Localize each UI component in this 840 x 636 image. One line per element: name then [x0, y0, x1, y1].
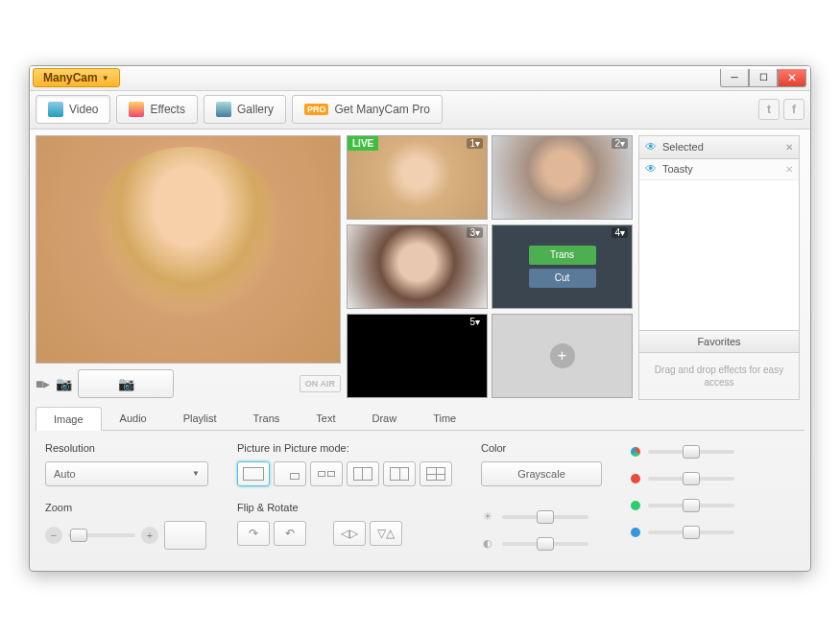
- rotate-ccw-button[interactable]: ↶: [274, 521, 306, 546]
- brightness-icon: ☀: [481, 510, 494, 523]
- gallery-icon: [216, 102, 231, 117]
- close-button[interactable]: ✕: [778, 69, 806, 87]
- app-window: ManyCam ▼ ─ ☐ ✕ Video Effects Gallery PR…: [29, 65, 811, 572]
- plus-icon: +: [550, 343, 575, 368]
- flip-label: Flip & Rotate: [237, 502, 452, 513]
- image-settings: Resolution Auto ▼ Zoom − + Picture in Pi…: [36, 431, 804, 565]
- tab-audio[interactable]: Audio: [102, 406, 165, 430]
- zoom-in-button[interactable]: +: [141, 527, 158, 544]
- flip-horizontal-button[interactable]: ◁▷: [333, 521, 366, 546]
- slider-thumb[interactable]: [683, 472, 700, 485]
- source-tile-1[interactable]: 1▾: [347, 135, 488, 220]
- preview-controls: ■▸ 📷 📷 ON AIR: [36, 367, 341, 400]
- tab-image[interactable]: Image: [36, 407, 102, 431]
- zoom-out-button[interactable]: −: [45, 527, 62, 544]
- green-row: [631, 496, 734, 515]
- onair-badge: ON AIR: [300, 375, 341, 392]
- remove-effect-icon[interactable]: ✕: [785, 164, 793, 175]
- source-tile-2[interactable]: 2▾: [492, 135, 633, 220]
- effects-icon: [129, 102, 144, 117]
- tile4-trans-button[interactable]: Trans: [529, 246, 596, 265]
- bottom-panel: Image Audio Playlist Trans Text Draw Tim…: [30, 406, 810, 571]
- source-tile-5[interactable]: 5▾: [347, 314, 488, 398]
- zoom-label: Zoom: [45, 502, 208, 513]
- green-icon: [631, 501, 640, 510]
- pip-mode-4[interactable]: [347, 461, 379, 486]
- favorites-hint: Drag and drop effects for easy access: [639, 353, 799, 399]
- snapshot-button[interactable]: 📷: [78, 369, 174, 398]
- rotate-cw-button[interactable]: ↷: [237, 521, 270, 546]
- minimize-button[interactable]: ─: [720, 69, 749, 87]
- effect-item-toasty[interactable]: 👁 Toasty ✕: [639, 159, 799, 180]
- flip-vertical-button[interactable]: ▽△: [370, 521, 402, 546]
- tile4-cut-button[interactable]: Cut: [529, 269, 596, 288]
- resolution-dropdown[interactable]: Auto ▼: [45, 461, 208, 486]
- rgb-col: [631, 442, 734, 554]
- slider-thumb[interactable]: [683, 526, 700, 539]
- maximize-button[interactable]: ☐: [749, 69, 778, 87]
- tab-gallery[interactable]: Gallery: [204, 95, 286, 124]
- pip-label: Picture in Picture mode:: [237, 442, 452, 454]
- eye-icon: 👁: [645, 140, 657, 153]
- brightness-row: ☀: [481, 507, 602, 527]
- pro-badge: PRO: [304, 104, 329, 115]
- grayscale-button[interactable]: Grayscale: [481, 461, 602, 486]
- chevron-down-icon: ▼: [192, 469, 200, 478]
- slider-thumb[interactable]: [70, 529, 87, 542]
- pip-modes: [237, 461, 452, 486]
- color-col: Color Grayscale ☀ ◐: [481, 442, 602, 554]
- zoom-slider[interactable]: [68, 533, 135, 537]
- chevron-down-icon: ▼: [102, 74, 109, 82]
- social-buttons: t f: [758, 99, 804, 120]
- pip-mode-5[interactable]: [383, 461, 416, 486]
- contrast-slider[interactable]: [502, 542, 588, 546]
- slider-thumb[interactable]: [683, 445, 700, 459]
- blue-row: [631, 523, 734, 542]
- app-menu-button[interactable]: ManyCam ▼: [33, 68, 120, 87]
- pip-mode-2[interactable]: [274, 461, 306, 486]
- close-selected-icon[interactable]: ✕: [785, 142, 793, 153]
- blue-icon: [631, 528, 640, 537]
- facebook-button[interactable]: f: [783, 99, 804, 120]
- pip-mode-1[interactable]: [237, 461, 270, 486]
- main-toolbar: Video Effects Gallery PRO Get ManyCam Pr…: [30, 91, 810, 130]
- effects-sidebar: 👁 Selected ✕ 👁 Toasty ✕ Favorites Drag a…: [638, 135, 800, 400]
- preview-column: ■▸ 📷 📷 ON AIR: [36, 135, 341, 400]
- window-controls: ─ ☐ ✕: [720, 69, 810, 87]
- pip-mode-6[interactable]: [420, 461, 452, 486]
- get-pro-button[interactable]: PRO Get ManyCam Pro: [292, 95, 443, 124]
- rgb-icon: [631, 447, 640, 457]
- tab-text[interactable]: Text: [298, 406, 353, 430]
- add-source-tile[interactable]: +: [492, 314, 633, 398]
- tab-playlist[interactable]: Playlist: [165, 406, 235, 430]
- content-area: ■▸ 📷 📷 ON AIR 1▾ 2▾ 3▾ 4▾ Trans Cut 5▾ +…: [30, 130, 810, 406]
- video-icon: [48, 102, 63, 117]
- source-tile-3[interactable]: 3▾: [347, 224, 488, 309]
- camera-still-icon[interactable]: 📷: [56, 376, 72, 391]
- slider-thumb[interactable]: [537, 510, 554, 524]
- blue-slider[interactable]: [648, 530, 734, 534]
- slider-thumb[interactable]: [683, 499, 700, 512]
- tab-video[interactable]: Video: [36, 95, 110, 124]
- camera-rec-icon[interactable]: ■▸: [36, 376, 50, 391]
- red-slider[interactable]: [648, 477, 734, 481]
- brightness-slider[interactable]: [502, 515, 588, 519]
- tab-time[interactable]: Time: [415, 406, 474, 430]
- eye-icon[interactable]: 👁: [645, 162, 657, 176]
- favorites-header[interactable]: Favorites: [639, 330, 799, 353]
- source-grid: 1▾ 2▾ 3▾ 4▾ Trans Cut 5▾ +: [347, 135, 633, 400]
- pip-mode-3[interactable]: [310, 461, 343, 486]
- tab-trans[interactable]: Trans: [235, 406, 299, 430]
- green-slider[interactable]: [648, 504, 734, 507]
- flip-controls: ↷ ↶ ◁▷ ▽△: [237, 521, 452, 546]
- twitter-button[interactable]: t: [758, 99, 780, 120]
- selected-header: 👁 Selected ✕: [639, 136, 799, 159]
- rgb-slider[interactable]: [648, 450, 734, 454]
- tab-effects[interactable]: Effects: [116, 95, 197, 124]
- resolution-zoom-col: Resolution Auto ▼ Zoom − +: [45, 442, 208, 554]
- source-tile-4[interactable]: 4▾ Trans Cut: [492, 224, 633, 309]
- main-preview[interactable]: [36, 135, 341, 364]
- zoom-region-button[interactable]: [164, 521, 206, 550]
- tab-draw[interactable]: Draw: [353, 406, 415, 430]
- slider-thumb[interactable]: [537, 537, 554, 551]
